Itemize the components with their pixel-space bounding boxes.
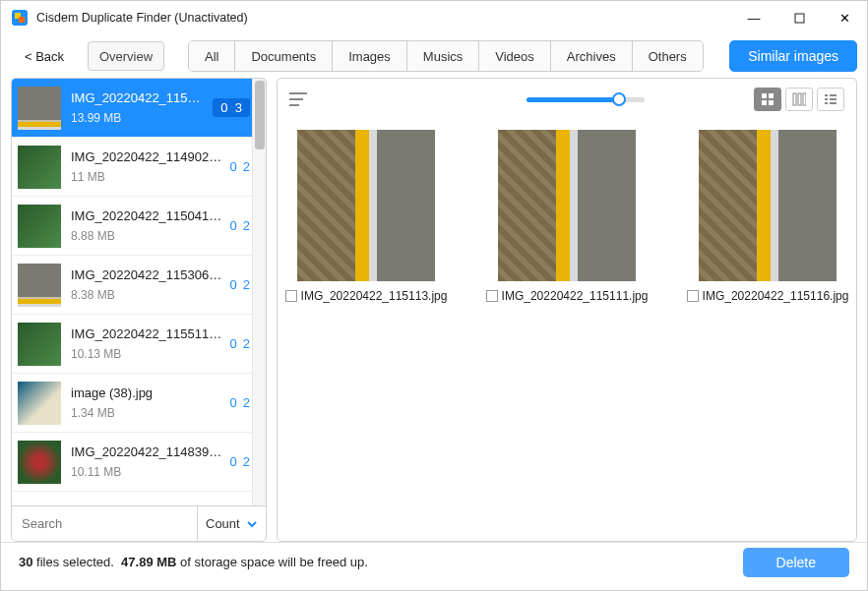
item-name: IMG_20220422_115041.j... (71, 208, 224, 223)
status-bar: 30 files selected. 47.89 MB of storage s… (1, 542, 867, 581)
svg-rect-14 (830, 98, 837, 100)
svg-rect-5 (769, 93, 774, 98)
content-area: IMG_20220422_115113.j... 13.99 MB 0 3 IM… (1, 78, 867, 542)
svg-rect-12 (830, 94, 837, 96)
similar-images-button[interactable]: Similar images (729, 40, 857, 72)
thumbnail (18, 146, 61, 189)
back-button[interactable]: < Back (11, 41, 78, 71)
item-name: IMG_20220422_115511.j... (71, 326, 224, 341)
tab-musics[interactable]: Musics (407, 41, 479, 71)
item-size: 10.11 MB (71, 465, 224, 479)
file-name: IMG_20220422_115113.jpg (301, 289, 448, 303)
selection-stats: 30 files selected. 47.89 MB of storage s… (19, 555, 368, 569)
tab-documents[interactable]: Documents (235, 41, 333, 71)
svg-rect-10 (803, 93, 806, 105)
thumbnail-grid: IMG_20220422_115113.jpg IMG_20220422_115… (278, 120, 856, 541)
select-checkbox[interactable] (486, 290, 498, 302)
file-name: IMG_20220422_115111.jpg (502, 289, 649, 303)
maximize-button[interactable] (776, 1, 822, 34)
sort-dropdown[interactable]: Count (197, 506, 266, 541)
window-title: Cisdem Duplicate Finder (Unactivated) (36, 11, 731, 25)
preview-panel: IMG_20220422_115113.jpg IMG_20220422_115… (277, 78, 857, 542)
app-icon (11, 9, 29, 27)
item-size: 8.38 MB (71, 288, 224, 302)
svg-rect-7 (769, 100, 774, 105)
grid-item[interactable]: IMG_20220422_115116.jpg (691, 130, 844, 303)
thumbnail (18, 441, 61, 484)
chevron-down-icon (246, 518, 258, 530)
sort-menu-icon[interactable] (289, 91, 309, 107)
view-grid-button[interactable] (754, 88, 781, 111)
view-columns-button[interactable] (785, 88, 813, 111)
list-item[interactable]: IMG_20220422_115041.j...8.88 MB 02 (12, 197, 266, 256)
scrollbar[interactable] (252, 79, 266, 505)
item-name: IMG_20220422_115113.j... (71, 90, 207, 105)
minimize-button[interactable]: — (731, 1, 776, 34)
svg-rect-6 (762, 100, 767, 105)
search-input[interactable] (12, 506, 197, 541)
tab-others[interactable]: Others (633, 41, 703, 71)
tab-videos[interactable]: Videos (479, 41, 551, 71)
view-list-button[interactable] (817, 88, 844, 111)
item-name: image (38).jpg (71, 385, 224, 400)
group-list-panel: IMG_20220422_115113.j... 13.99 MB 0 3 IM… (11, 78, 267, 542)
svg-rect-15 (825, 102, 828, 104)
list-footer: Count (12, 505, 266, 541)
grid-item[interactable]: IMG_20220422_115111.jpg (490, 130, 644, 303)
list-item[interactable]: IMG_20220422_115511.j...10.13 MB 02 (12, 315, 266, 374)
top-toolbar: < Back Overview All Documents Images Mus… (1, 34, 867, 78)
list-item[interactable]: IMG_20220422_114902.j...11 MB 02 (12, 138, 266, 197)
item-name: IMG_20220422_114902.j... (71, 149, 224, 164)
thumbnail (18, 264, 61, 307)
close-button[interactable]: ✕ (822, 1, 867, 34)
filter-tabs: All Documents Images Musics Videos Archi… (188, 40, 704, 72)
item-size: 1.34 MB (71, 406, 224, 420)
list-item[interactable]: image (38).jpg1.34 MB 02 (12, 374, 266, 433)
preview-toolbar (278, 79, 856, 120)
item-size: 13.99 MB (71, 111, 207, 125)
title-bar: Cisdem Duplicate Finder (Unactivated) — … (1, 1, 867, 34)
thumbnail (18, 87, 61, 130)
thumbnail (18, 382, 61, 425)
svg-rect-9 (798, 93, 801, 105)
group-list: IMG_20220422_115113.j... 13.99 MB 0 3 IM… (12, 79, 266, 505)
delete-button[interactable]: Delete (743, 548, 849, 577)
select-checkbox[interactable] (285, 290, 297, 302)
thumbnail (18, 323, 61, 366)
list-item[interactable]: IMG_20220422_115306.j...8.38 MB 02 (12, 256, 266, 315)
view-mode-group (754, 88, 844, 111)
tab-images[interactable]: Images (333, 41, 407, 71)
svg-rect-3 (795, 14, 804, 23)
svg-rect-11 (825, 94, 828, 96)
thumbnail-size-slider[interactable] (527, 97, 645, 102)
list-item[interactable]: IMG_20220422_114839.j...10.11 MB 02 (12, 433, 266, 492)
item-name: IMG_20220422_114839.j... (71, 444, 224, 459)
item-size: 11 MB (71, 170, 224, 184)
thumbnail (18, 205, 61, 248)
tab-all[interactable]: All (189, 41, 235, 71)
select-checkbox[interactable] (687, 290, 699, 302)
svg-rect-8 (793, 93, 796, 105)
item-name: IMG_20220422_115306.j... (71, 267, 224, 282)
overview-button[interactable]: Overview (88, 41, 164, 71)
tab-archives[interactable]: Archives (551, 41, 633, 71)
file-name: IMG_20220422_115116.jpg (703, 289, 849, 303)
svg-rect-16 (830, 102, 837, 104)
list-item[interactable]: IMG_20220422_115113.j... 13.99 MB 0 3 (12, 79, 266, 138)
svg-rect-4 (762, 93, 767, 98)
grid-item[interactable]: IMG_20220422_115113.jpg (289, 130, 443, 303)
item-size: 10.13 MB (71, 347, 224, 361)
item-size: 8.88 MB (71, 229, 224, 243)
svg-rect-2 (19, 17, 25, 23)
svg-rect-13 (825, 98, 828, 100)
